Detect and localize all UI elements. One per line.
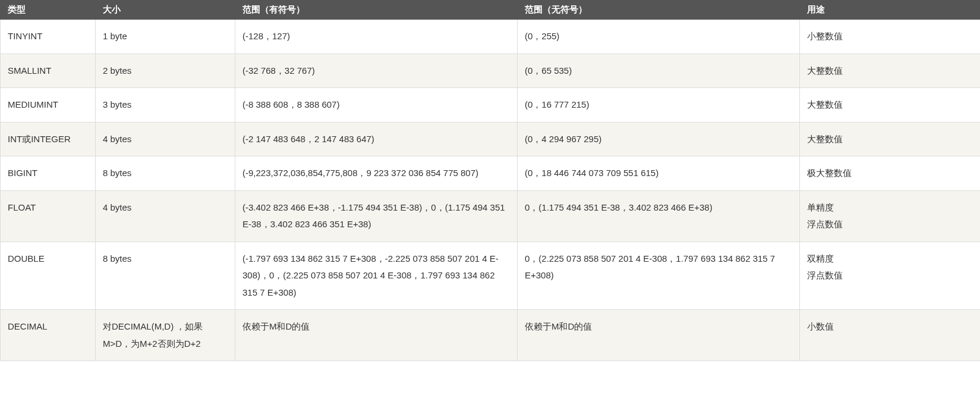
table-row: DOUBLE 8 bytes (-1.797 693 134 862 315 7… (1, 242, 981, 310)
cell-unsigned: 依赖于M和D的值 (518, 310, 800, 361)
cell-unsigned: (0，16 777 215) (518, 88, 800, 123)
cell-unsigned: (0，4 294 967 295) (518, 122, 800, 156)
col-header-signed: 范围（有符号） (235, 1, 518, 20)
cell-size: 8 bytes (96, 242, 235, 310)
cell-type: TINYINT (1, 20, 96, 54)
cell-type: DECIMAL (1, 310, 96, 361)
cell-usage: 极大整数值 (800, 156, 981, 191)
table-row: BIGINT 8 bytes (-9,223,372,036,854,775,8… (1, 156, 981, 191)
col-header-usage: 用途 (800, 1, 981, 20)
cell-signed: 依赖于M和D的值 (235, 310, 518, 361)
cell-signed: (-1.797 693 134 862 315 7 E+308，-2.225 0… (235, 242, 518, 310)
cell-signed: (-9,223,372,036,854,775,808，9 223 372 03… (235, 156, 518, 191)
cell-usage: 单精度浮点数值 (800, 190, 981, 242)
cell-size: 对DECIMAL(M,D) ，如果M>D，为M+2否则为D+2 (96, 310, 235, 361)
col-header-type: 类型 (1, 1, 96, 20)
cell-size: 2 bytes (96, 54, 235, 88)
table-row: INT或INTEGER 4 bytes (-2 147 483 648，2 14… (1, 122, 981, 156)
cell-type: MEDIUMINT (1, 88, 96, 123)
cell-unsigned: 0，(1.175 494 351 E-38，3.402 823 466 E+38… (518, 190, 800, 242)
cell-usage: 双精度浮点数值 (800, 242, 981, 310)
cell-signed: (-2 147 483 648，2 147 483 647) (235, 122, 518, 156)
cell-usage: 小数值 (800, 310, 981, 361)
cell-signed: (-3.402 823 466 E+38，-1.175 494 351 E-38… (235, 190, 518, 242)
cell-type: INT或INTEGER (1, 122, 96, 156)
table-row: SMALLINT 2 bytes (-32 768，32 767) (0，65 … (1, 54, 981, 88)
cell-usage: 大整数值 (800, 122, 981, 156)
cell-unsigned: (0，255) (518, 20, 800, 54)
cell-type: FLOAT (1, 190, 96, 242)
table-row: DECIMAL 对DECIMAL(M,D) ，如果M>D，为M+2否则为D+2 … (1, 310, 981, 361)
cell-unsigned: 0，(2.225 073 858 507 201 4 E-308，1.797 6… (518, 242, 800, 310)
table-row: TINYINT 1 byte (-128，127) (0，255) 小整数值 (1, 20, 981, 54)
cell-usage: 大整数值 (800, 54, 981, 88)
col-header-size: 大小 (96, 1, 235, 20)
cell-type: BIGINT (1, 156, 96, 191)
cell-signed: (-8 388 608，8 388 607) (235, 88, 518, 123)
col-header-unsigned: 范围（无符号） (518, 1, 800, 20)
cell-unsigned: (0，65 535) (518, 54, 800, 88)
cell-size: 8 bytes (96, 156, 235, 191)
cell-size: 1 byte (96, 20, 235, 54)
cell-signed: (-128，127) (235, 20, 518, 54)
cell-type: SMALLINT (1, 54, 96, 88)
cell-type: DOUBLE (1, 242, 96, 310)
cell-size: 3 bytes (96, 88, 235, 123)
cell-unsigned: (0，18 446 744 073 709 551 615) (518, 156, 800, 191)
cell-size: 4 bytes (96, 122, 235, 156)
cell-size: 4 bytes (96, 190, 235, 242)
numeric-types-table: 类型 大小 范围（有符号） 范围（无符号） 用途 TINYINT 1 byte … (0, 0, 980, 361)
table-row: MEDIUMINT 3 bytes (-8 388 608，8 388 607)… (1, 88, 981, 123)
cell-usage: 大整数值 (800, 88, 981, 123)
cell-signed: (-32 768，32 767) (235, 54, 518, 88)
table-header-row: 类型 大小 范围（有符号） 范围（无符号） 用途 (1, 1, 981, 20)
cell-usage: 小整数值 (800, 20, 981, 54)
table-row: FLOAT 4 bytes (-3.402 823 466 E+38，-1.17… (1, 190, 981, 242)
